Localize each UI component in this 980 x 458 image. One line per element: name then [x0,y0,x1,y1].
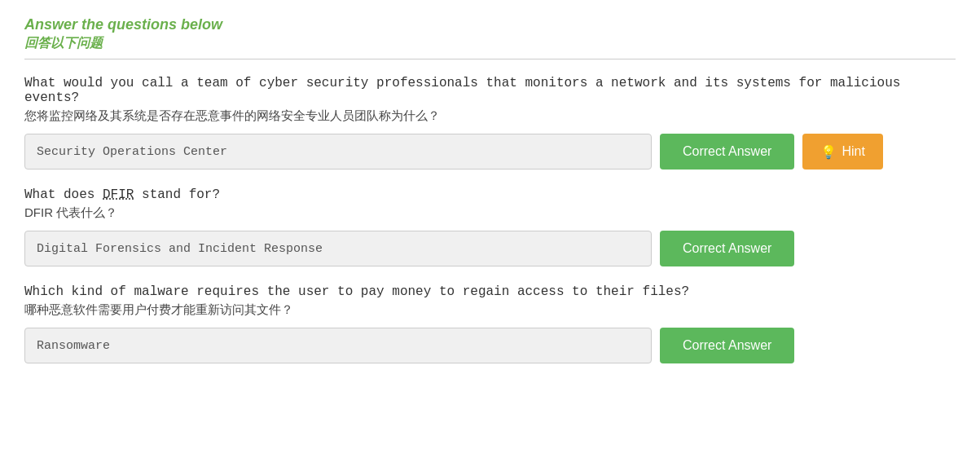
answer-input-3[interactable] [24,328,652,363]
question-cn-1: 您将监控网络及其系统是否存在恶意事件的网络安全专业人员团队称为什么？ [24,108,956,124]
header-label-en: Answer the questions below [24,16,956,33]
correct-answer-button-1[interactable]: Correct Answer [660,134,794,170]
lightbulb-icon: 💡 [820,144,837,160]
question-en-1: What would you call a team of cyber secu… [24,76,956,105]
answer-row-3: Correct Answer [24,328,956,363]
correct-answer-button-2[interactable]: Correct Answer [660,231,794,266]
answer-input-2[interactable] [24,231,652,266]
questions-container: What would you call a team of cyber secu… [24,76,956,363]
header-label-cn: 回答以下问题 [24,35,956,52]
question-cn-2: DFIR 代表什么？ [24,205,956,221]
question-block-2: What does DFIR stand for?DFIR 代表什么？Corre… [24,187,956,266]
correct-answer-button-3[interactable]: Correct Answer [660,328,794,363]
question-block-3: Which kind of malware requires the user … [24,284,956,363]
hint-label: Hint [842,144,864,159]
question-block-1: What would you call a team of cyber secu… [24,76,956,170]
header-section: Answer the questions below 回答以下问题 [24,16,956,59]
question-cn-3: 哪种恶意软件需要用户付费才能重新访问其文件？ [24,302,956,318]
question-en-3: Which kind of malware requires the user … [24,284,956,299]
hint-button-1[interactable]: 💡Hint [802,134,882,170]
answer-row-2: Correct Answer [24,231,956,266]
answer-input-1[interactable] [24,134,652,170]
answer-row-1: Correct Answer💡Hint [24,134,956,170]
question-en-2: What does DFIR stand for? [24,187,956,202]
